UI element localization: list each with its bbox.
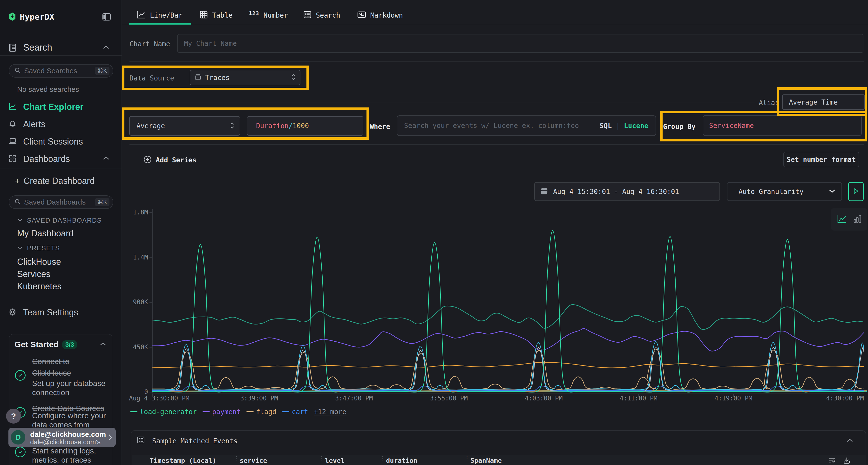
help-label: ? bbox=[11, 411, 16, 421]
bar-chart-toggle-icon[interactable] bbox=[853, 215, 862, 224]
series-load-generator bbox=[152, 231, 864, 392]
hyperdx-chart-explorer: {"app":{"title":"HyperDX"},"sidebar":{"l… bbox=[0, 0, 868, 465]
avatar: D bbox=[11, 430, 25, 444]
series-more-orange bbox=[152, 362, 864, 368]
user-account-chip[interactable]: D dale@clickhouse.com dale@clickhouse.co… bbox=[8, 428, 116, 447]
series-payment bbox=[152, 328, 864, 351]
user-email: dale@clickhouse.com bbox=[30, 430, 106, 438]
series-flagd bbox=[152, 350, 864, 389]
user-org: dale@clickhouse.com's bbox=[30, 438, 100, 446]
line-chart-toggle-icon[interactable] bbox=[837, 214, 847, 225]
series-more-grey bbox=[152, 347, 864, 390]
timeseries-chart[interactable] bbox=[0, 0, 868, 465]
series-more-teal bbox=[152, 304, 864, 330]
chart-type-toggle bbox=[831, 208, 867, 231]
help-button[interactable]: ? bbox=[6, 409, 21, 424]
chevron-right-icon bbox=[108, 434, 112, 442]
